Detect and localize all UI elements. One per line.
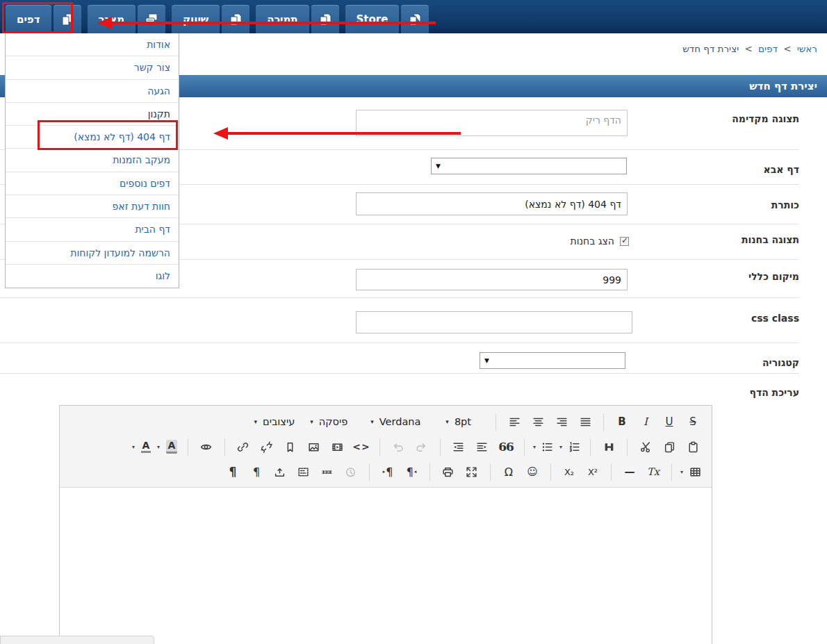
pages-icon[interactable] xyxy=(311,5,339,33)
row-divider xyxy=(0,342,799,343)
menu-item-directions[interactable]: הגעה xyxy=(6,80,179,103)
editor-content-area[interactable] xyxy=(60,488,712,644)
right-to-left-button[interactable]: ¶ xyxy=(400,461,423,482)
align-justify-button[interactable] xyxy=(573,411,597,432)
menu-item-terms[interactable]: תקנון xyxy=(6,103,179,126)
tab-support-label[interactable]: תמיכה xyxy=(256,5,309,33)
text-color-button[interactable]: A xyxy=(137,436,155,457)
menu-item-404-page[interactable]: דף 404 (דף לא נמצא) xyxy=(6,126,179,149)
print-button[interactable] xyxy=(436,461,460,482)
bold-button[interactable]: B xyxy=(610,411,634,432)
menu-item-homepage[interactable]: דף הבית xyxy=(6,218,179,241)
tab-repository-label[interactable]: מאגר xyxy=(88,5,136,33)
strikethrough-button[interactable]: S xyxy=(681,411,705,432)
show-invisibles-button[interactable]: ¶ xyxy=(221,461,245,482)
pages-icon[interactable] xyxy=(222,5,249,33)
chevron-down-icon[interactable]: ▾ xyxy=(559,444,562,450)
chevron-down-icon[interactable]: ▾ xyxy=(132,444,135,450)
toolbar-separator xyxy=(590,438,591,456)
pages-icon[interactable] xyxy=(54,5,81,33)
insert-media-button[interactable] xyxy=(326,436,350,457)
preview-button[interactable] xyxy=(195,436,218,457)
source-code-button[interactable]: <> xyxy=(350,436,373,457)
tab-pages[interactable]: דפים xyxy=(6,5,81,33)
tab-store-label[interactable]: Store xyxy=(345,5,400,33)
category-select[interactable]: ▼ xyxy=(480,352,625,369)
block-format-dropdown[interactable]: ▾ פיסקה xyxy=(310,416,347,427)
toolbar-separator xyxy=(440,438,441,456)
tab-repository[interactable]: מאגר xyxy=(88,5,166,33)
menu-item-logo[interactable]: לוגו xyxy=(6,265,179,288)
page-break-button[interactable] xyxy=(316,461,339,482)
menu-item-order-tracking[interactable]: מעקב הזמנות xyxy=(6,149,179,172)
position-input[interactable] xyxy=(356,269,628,290)
parent-page-select[interactable]: ▼ xyxy=(431,158,627,174)
align-center-button[interactable] xyxy=(526,411,550,432)
toolbar-row-2: ▾ A ▾ A xyxy=(64,434,705,459)
insert-template-button[interactable] xyxy=(268,461,292,482)
redo-button[interactable] xyxy=(410,436,434,457)
blockquote-button[interactable]: 66 xyxy=(494,436,518,457)
insert-image-button[interactable] xyxy=(302,436,326,457)
title-input[interactable] xyxy=(356,192,628,215)
menu-item-zap-reviews[interactable]: חוות דעת זאפ xyxy=(6,195,179,218)
store-display-control: הצג בחנות xyxy=(570,236,629,247)
italic-button[interactable]: I xyxy=(634,411,657,432)
breadcrumb-pages-link[interactable]: דפים xyxy=(758,43,778,54)
breadcrumb-separator: > xyxy=(783,43,791,54)
restore-draft-button[interactable] xyxy=(339,461,363,482)
tab-support[interactable]: תמיכה xyxy=(256,5,338,33)
superscript-button[interactable]: X² xyxy=(581,461,605,482)
menu-item-club-registration[interactable]: הרשמה למועדון לקוחות xyxy=(6,242,179,265)
breadcrumb-home-link[interactable]: ראשי xyxy=(797,43,817,54)
left-to-right-button[interactable]: ¶ xyxy=(376,461,400,482)
paste-button[interactable] xyxy=(681,436,705,457)
align-left-button[interactable] xyxy=(502,411,526,432)
chevron-down-icon[interactable]: ▾ xyxy=(533,444,536,450)
toolbar-row-3: ¶ ¶ ¶ ¶ xyxy=(64,459,705,484)
copy-button[interactable] xyxy=(657,436,681,457)
pages-icon[interactable] xyxy=(401,5,429,33)
insert-table-button[interactable] xyxy=(685,461,705,482)
tab-marketing[interactable]: שיווק xyxy=(172,5,249,33)
fullscreen-button[interactable] xyxy=(460,461,484,482)
background-color-button[interactable]: A xyxy=(162,436,181,457)
emoticons-button[interactable]: ☺ xyxy=(521,461,544,482)
chevron-down-icon[interactable]: ▾ xyxy=(157,444,160,450)
insert-link-button[interactable] xyxy=(231,436,255,457)
anchor-icon[interactable] xyxy=(279,436,302,457)
remove-link-button[interactable] xyxy=(255,436,279,457)
cut-button[interactable] xyxy=(634,436,657,457)
tab-marketing-label[interactable]: שיווק xyxy=(172,5,220,33)
indent-button[interactable] xyxy=(470,436,494,457)
paragraph-button[interactable]: ¶ xyxy=(245,461,268,482)
underline-button[interactable]: U xyxy=(657,411,681,432)
numbered-list-button[interactable] xyxy=(564,436,584,457)
horizontal-rule-button[interactable]: — xyxy=(618,461,641,482)
bullet-list-button[interactable] xyxy=(538,436,557,457)
tab-store[interactable]: Store xyxy=(345,5,429,33)
find-replace-button[interactable] xyxy=(597,436,621,457)
undo-button[interactable] xyxy=(386,436,410,457)
show-blocks-button[interactable] xyxy=(292,461,316,482)
clear-formatting-button[interactable]: Tx xyxy=(641,461,665,482)
menu-item-about[interactable]: אודות xyxy=(6,33,179,56)
parent-page-label: דף אבא xyxy=(764,164,799,175)
font-size-dropdown[interactable]: ▾ 8pt xyxy=(445,416,471,427)
toolbar-separator xyxy=(369,463,370,481)
font-family-dropdown[interactable]: ▾ Verdana xyxy=(370,416,420,427)
styles-dropdown[interactable]: ▾ עיצובים xyxy=(254,416,295,427)
preview-field[interactable]: הדף ריק xyxy=(356,110,628,136)
show-in-store-checkbox[interactable] xyxy=(620,237,629,246)
outdent-button[interactable] xyxy=(447,436,470,457)
breadcrumb-current: יצירת דף חדש xyxy=(682,43,739,54)
menu-item-additional-pages[interactable]: דפים נוספים xyxy=(6,172,179,195)
special-character-button[interactable]: Ω xyxy=(497,461,521,482)
subscript-button[interactable]: X₂ xyxy=(557,461,581,482)
library-icon[interactable] xyxy=(138,5,165,33)
tab-pages-label[interactable]: דפים xyxy=(6,5,51,33)
align-right-button[interactable] xyxy=(550,411,573,432)
chevron-down-icon[interactable]: ▾ xyxy=(680,469,683,475)
menu-item-contact[interactable]: צור קשר xyxy=(6,56,179,79)
css-class-input[interactable] xyxy=(356,311,632,333)
